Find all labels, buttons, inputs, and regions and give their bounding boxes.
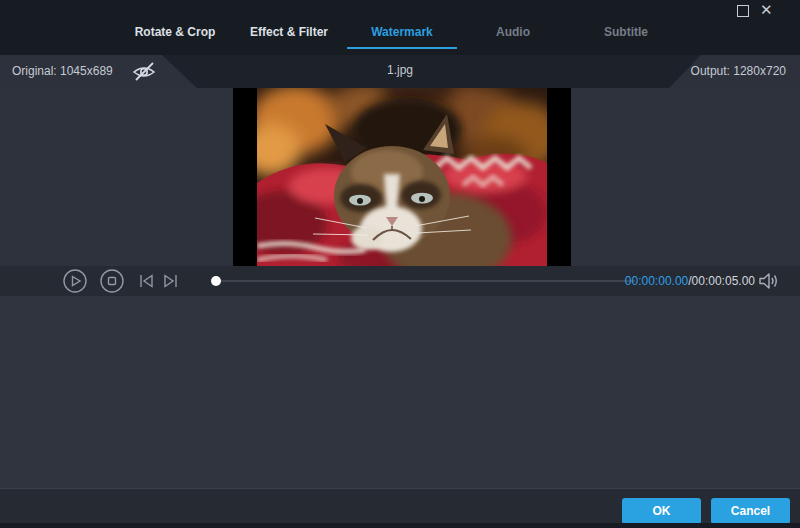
stop-icon[interactable] — [99, 268, 125, 294]
tab-audio[interactable]: Audio — [458, 18, 568, 49]
play-icon[interactable] — [62, 268, 88, 294]
title-tab-bar: ✕ Rotate & Crop Effect & Filter Watermar… — [0, 0, 800, 55]
preview-compare-eye-off-icon[interactable] — [130, 61, 158, 82]
watermark-panel: No Watermark Text Image + Apply to All — [0, 296, 800, 488]
maximize-icon[interactable] — [737, 5, 749, 17]
video-editor-window: ✕ Rotate & Crop Effect & Filter Watermar… — [0, 0, 800, 528]
tab-subtitle[interactable]: Subtitle — [571, 18, 681, 49]
previous-frame-icon[interactable] — [136, 268, 156, 294]
window-bottom-edge — [0, 523, 800, 528]
tab-effect-filter[interactable]: Effect & Filter — [234, 18, 344, 49]
next-frame-icon[interactable] — [161, 268, 181, 294]
video-letterbox — [233, 88, 571, 266]
footer-bar: OK Cancel — [0, 488, 800, 523]
output-size-label: Output: 1280x720 — [691, 55, 786, 88]
total-time: 00:00:05.00 — [692, 274, 755, 288]
preview-image-grumpy-cat — [257, 88, 547, 266]
seek-slider-handle[interactable] — [211, 276, 221, 286]
volume-icon[interactable] — [758, 272, 780, 290]
time-display: 00:00:00.00/00:00:05.00 — [625, 266, 755, 296]
info-bar: 1.jpg Original: 1045x689 Output: 1280x72… — [0, 55, 800, 88]
close-icon[interactable]: ✕ — [760, 0, 773, 20]
seek-slider[interactable] — [215, 280, 635, 282]
ok-button[interactable]: OK — [622, 498, 701, 524]
cancel-button[interactable]: Cancel — [711, 498, 790, 524]
tab-rotate-crop[interactable]: Rotate & Crop — [120, 18, 230, 49]
current-time: 00:00:00.00 — [625, 274, 688, 288]
tab-watermark[interactable]: Watermark — [347, 18, 457, 49]
playback-bar: 00:00:00.00/00:00:05.00 — [0, 266, 800, 296]
video-preview-area — [0, 88, 800, 266]
original-size-label: Original: 1045x689 — [12, 55, 113, 88]
